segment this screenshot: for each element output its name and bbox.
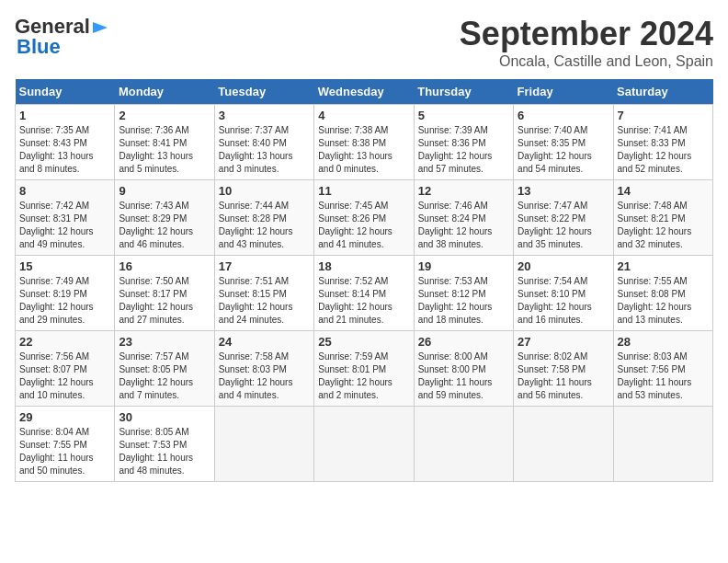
logo-blue-text: Blue [17, 35, 61, 59]
calendar-cell: 21Sunrise: 7:55 AM Sunset: 8:08 PM Dayli… [613, 256, 712, 331]
day-info: Sunrise: 7:49 AM Sunset: 8:19 PM Dayligh… [19, 275, 110, 327]
day-number: 13 [518, 184, 609, 198]
day-info: Sunrise: 7:48 AM Sunset: 8:21 PM Dayligh… [618, 200, 709, 251]
day-info: Sunrise: 7:36 AM Sunset: 8:41 PM Dayligh… [119, 124, 210, 176]
calendar-cell: 25Sunrise: 7:59 AM Sunset: 8:01 PM Dayli… [314, 331, 414, 407]
calendar-cell: 5Sunrise: 7:39 AM Sunset: 8:36 PM Daylig… [414, 105, 513, 180]
calendar-cell: 8Sunrise: 7:42 AM Sunset: 8:31 PM Daylig… [16, 180, 115, 256]
day-info: Sunrise: 7:35 AM Sunset: 8:43 PM Dayligh… [19, 124, 110, 176]
calendar-table: SundayMondayTuesdayWednesdayThursdayFrid… [15, 79, 713, 482]
day-info: Sunrise: 7:52 AM Sunset: 8:14 PM Dayligh… [318, 275, 409, 327]
day-number: 11 [318, 184, 409, 198]
day-number: 22 [19, 335, 110, 349]
page-header: General Blue September 2024 Oncala, Cast… [15, 15, 713, 70]
calendar-week-row: 22Sunrise: 7:56 AM Sunset: 8:07 PM Dayli… [16, 331, 713, 407]
day-info: Sunrise: 7:45 AM Sunset: 8:26 PM Dayligh… [318, 200, 409, 251]
day-info: Sunrise: 7:59 AM Sunset: 8:01 PM Dayligh… [318, 350, 409, 402]
calendar-cell: 11Sunrise: 7:45 AM Sunset: 8:26 PM Dayli… [314, 180, 414, 256]
day-info: Sunrise: 7:55 AM Sunset: 8:08 PM Dayligh… [618, 275, 709, 327]
calendar-cell: 18Sunrise: 7:52 AM Sunset: 8:14 PM Dayli… [314, 256, 414, 331]
day-info: Sunrise: 7:50 AM Sunset: 8:17 PM Dayligh… [119, 275, 210, 327]
day-number: 5 [418, 109, 509, 122]
day-info: Sunrise: 7:42 AM Sunset: 8:31 PM Dayligh… [19, 200, 110, 251]
day-number: 20 [518, 259, 609, 273]
location-title: Oncala, Castille and Leon, Spain [460, 53, 713, 70]
day-number: 12 [418, 184, 509, 198]
calendar-cell: 1Sunrise: 7:35 AM Sunset: 8:43 PM Daylig… [16, 105, 115, 180]
day-number: 7 [618, 109, 709, 122]
calendar-cell: 20Sunrise: 7:54 AM Sunset: 8:10 PM Dayli… [514, 256, 613, 331]
calendar-cell [514, 407, 613, 482]
calendar-week-row: 1Sunrise: 7:35 AM Sunset: 8:43 PM Daylig… [16, 105, 713, 180]
calendar-cell: 2Sunrise: 7:36 AM Sunset: 8:41 PM Daylig… [115, 105, 214, 180]
calendar-week-row: 29Sunrise: 8:04 AM Sunset: 7:55 PM Dayli… [16, 407, 713, 482]
day-number: 2 [119, 109, 210, 122]
day-number: 17 [219, 259, 310, 273]
day-info: Sunrise: 7:39 AM Sunset: 8:36 PM Dayligh… [418, 124, 509, 176]
calendar-cell [314, 407, 414, 482]
calendar-cell: 17Sunrise: 7:51 AM Sunset: 8:15 PM Dayli… [214, 256, 313, 331]
day-info: Sunrise: 7:46 AM Sunset: 8:24 PM Dayligh… [418, 200, 509, 251]
calendar-cell: 29Sunrise: 8:04 AM Sunset: 7:55 PM Dayli… [16, 407, 115, 482]
col-header-tuesday: Tuesday [214, 79, 313, 105]
month-title: September 2024 [460, 15, 713, 53]
day-number: 30 [119, 410, 210, 424]
calendar-cell: 4Sunrise: 7:38 AM Sunset: 8:38 PM Daylig… [314, 105, 414, 180]
day-number: 9 [119, 184, 210, 198]
day-info: Sunrise: 7:43 AM Sunset: 8:29 PM Dayligh… [119, 200, 210, 251]
calendar-cell [214, 407, 313, 482]
day-info: Sunrise: 8:00 AM Sunset: 8:00 PM Dayligh… [418, 350, 509, 402]
calendar-cell: 26Sunrise: 8:00 AM Sunset: 8:00 PM Dayli… [414, 331, 513, 407]
day-number: 21 [618, 259, 709, 273]
col-header-friday: Friday [514, 79, 613, 105]
col-header-wednesday: Wednesday [314, 79, 414, 105]
day-info: Sunrise: 7:56 AM Sunset: 8:07 PM Dayligh… [19, 350, 110, 402]
day-number: 14 [618, 184, 709, 198]
day-info: Sunrise: 7:57 AM Sunset: 8:05 PM Dayligh… [119, 350, 210, 402]
day-number: 8 [19, 184, 110, 198]
calendar-cell: 16Sunrise: 7:50 AM Sunset: 8:17 PM Dayli… [115, 256, 214, 331]
day-number: 4 [318, 109, 409, 122]
col-header-monday: Monday [115, 79, 214, 105]
day-number: 15 [19, 259, 110, 273]
calendar-week-row: 15Sunrise: 7:49 AM Sunset: 8:19 PM Dayli… [16, 256, 713, 331]
day-number: 3 [219, 109, 310, 122]
day-number: 10 [219, 184, 310, 198]
col-header-saturday: Saturday [613, 79, 712, 105]
calendar-cell: 24Sunrise: 7:58 AM Sunset: 8:03 PM Dayli… [214, 331, 313, 407]
day-info: Sunrise: 7:54 AM Sunset: 8:10 PM Dayligh… [518, 275, 609, 327]
day-info: Sunrise: 8:04 AM Sunset: 7:55 PM Dayligh… [19, 426, 110, 477]
day-number: 24 [219, 335, 310, 349]
day-info: Sunrise: 7:53 AM Sunset: 8:12 PM Dayligh… [418, 275, 509, 327]
calendar-header-row: SundayMondayTuesdayWednesdayThursdayFrid… [16, 79, 713, 105]
day-info: Sunrise: 8:02 AM Sunset: 7:58 PM Dayligh… [518, 350, 609, 402]
calendar-cell [414, 407, 513, 482]
title-area: September 2024 Oncala, Castille and Leon… [460, 15, 713, 70]
logo: General Blue [15, 15, 109, 59]
day-info: Sunrise: 7:37 AM Sunset: 8:40 PM Dayligh… [219, 124, 310, 176]
calendar-cell: 7Sunrise: 7:41 AM Sunset: 8:33 PM Daylig… [613, 105, 712, 180]
day-number: 19 [418, 259, 509, 273]
col-header-sunday: Sunday [16, 79, 115, 105]
calendar-cell [613, 407, 712, 482]
calendar-cell: 13Sunrise: 7:47 AM Sunset: 8:22 PM Dayli… [514, 180, 613, 256]
col-header-thursday: Thursday [414, 79, 513, 105]
calendar-cell: 19Sunrise: 7:53 AM Sunset: 8:12 PM Dayli… [414, 256, 513, 331]
calendar-cell: 6Sunrise: 7:40 AM Sunset: 8:35 PM Daylig… [514, 105, 613, 180]
calendar-cell: 22Sunrise: 7:56 AM Sunset: 8:07 PM Dayli… [16, 331, 115, 407]
day-number: 25 [318, 335, 409, 349]
day-number: 16 [119, 259, 210, 273]
calendar-cell: 30Sunrise: 8:05 AM Sunset: 7:53 PM Dayli… [115, 407, 214, 482]
day-number: 28 [618, 335, 709, 349]
calendar-cell: 3Sunrise: 7:37 AM Sunset: 8:40 PM Daylig… [214, 105, 313, 180]
day-number: 26 [418, 335, 509, 349]
calendar-week-row: 8Sunrise: 7:42 AM Sunset: 8:31 PM Daylig… [16, 180, 713, 256]
logo-arrow-icon [91, 18, 109, 37]
day-info: Sunrise: 8:03 AM Sunset: 7:56 PM Dayligh… [618, 350, 709, 402]
calendar-cell: 28Sunrise: 8:03 AM Sunset: 7:56 PM Dayli… [613, 331, 712, 407]
day-number: 1 [19, 109, 110, 122]
svg-marker-0 [93, 22, 108, 33]
calendar-cell: 10Sunrise: 7:44 AM Sunset: 8:28 PM Dayli… [214, 180, 313, 256]
day-info: Sunrise: 7:58 AM Sunset: 8:03 PM Dayligh… [219, 350, 310, 402]
day-info: Sunrise: 7:47 AM Sunset: 8:22 PM Dayligh… [518, 200, 609, 251]
